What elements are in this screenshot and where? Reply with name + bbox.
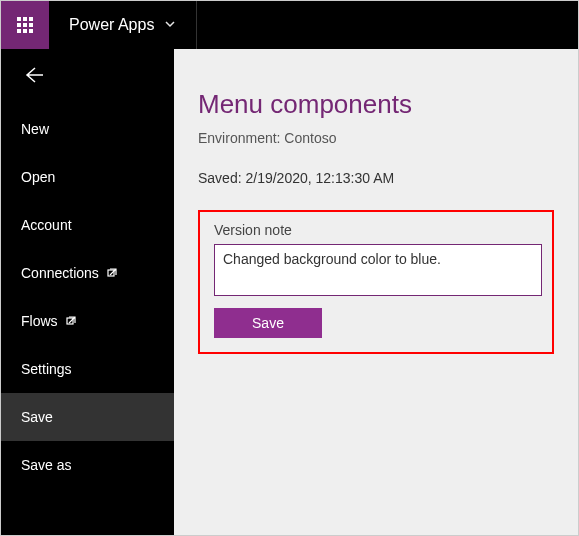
app-launcher-button[interactable]: [1, 1, 49, 49]
sidebar-item-label: Open: [21, 169, 55, 185]
sidebar-item-label: New: [21, 121, 49, 137]
chevron-down-icon: [164, 16, 176, 34]
version-note-input[interactable]: [214, 244, 542, 296]
version-note-label: Version note: [214, 222, 538, 238]
sidebar-item-label: Flows: [21, 313, 58, 329]
environment-line: Environment: Contoso: [198, 130, 554, 146]
page-title: Menu components: [198, 89, 554, 120]
external-link-icon: [66, 313, 78, 329]
waffle-icon: [17, 17, 33, 33]
sidebar-item-settings[interactable]: Settings: [1, 345, 174, 393]
sidebar-item-label: Account: [21, 217, 72, 233]
svg-rect-0: [108, 270, 114, 276]
sidebar-item-save[interactable]: Save: [1, 393, 174, 441]
version-note-section: Version note Save: [198, 210, 554, 354]
sidebar-item-open[interactable]: Open: [1, 153, 174, 201]
sidebar-item-new[interactable]: New: [1, 105, 174, 153]
sidebar-item-flows[interactable]: Flows: [1, 297, 174, 345]
brand-dropdown[interactable]: Power Apps: [49, 16, 196, 34]
brand-label: Power Apps: [69, 16, 154, 34]
sidebar-item-account[interactable]: Account: [1, 201, 174, 249]
external-link-icon: [107, 265, 119, 281]
svg-rect-1: [67, 318, 73, 324]
saved-timestamp: Saved: 2/19/2020, 12:13:30 AM: [198, 170, 554, 186]
back-button[interactable]: [1, 49, 174, 105]
sidebar-item-save-as[interactable]: Save as: [1, 441, 174, 489]
sidebar: New Open Account Connections Flows: [1, 49, 174, 535]
sidebar-item-label: Settings: [21, 361, 72, 377]
sidebar-item-connections[interactable]: Connections: [1, 249, 174, 297]
sidebar-item-label: Save as: [21, 457, 72, 473]
sidebar-item-label: Connections: [21, 265, 99, 281]
app-header: Power Apps: [1, 1, 578, 49]
header-divider: [196, 1, 197, 49]
arrow-left-icon: [21, 63, 45, 91]
save-button[interactable]: Save: [214, 308, 322, 338]
main-panel: Menu components Environment: Contoso Sav…: [174, 49, 578, 535]
sidebar-item-label: Save: [21, 409, 53, 425]
